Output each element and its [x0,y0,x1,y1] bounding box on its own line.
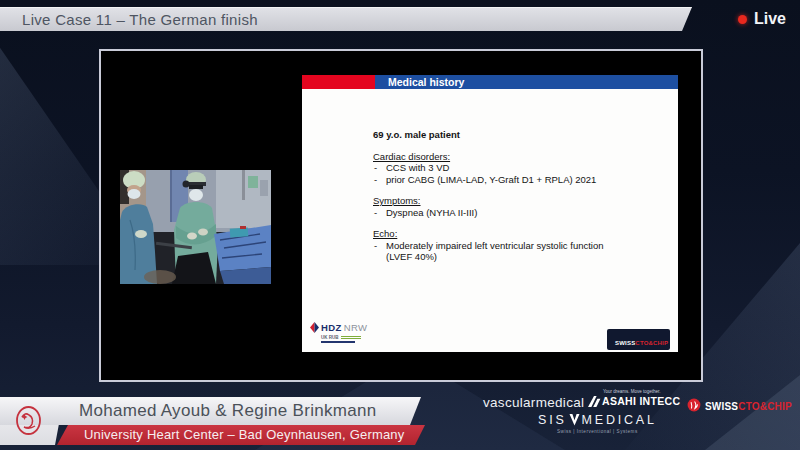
or-video-feed [120,170,271,284]
hdz-nrw-logo: HDZ NRW UK RUB [310,322,367,343]
slide-section-items: CCS with 3 VDprior CABG (LIMA-LAD, Y-Gra… [373,162,660,185]
asahi-swoosh-icon [588,396,601,407]
slide-sections: Cardiac disorders: CCS with 3 VDprior CA… [373,151,660,263]
live-label: Live [754,10,786,28]
presenter-names-banner: Mohamed Ayoub & Regine Brinkmann [0,397,421,425]
swiss-cto-icon [687,398,701,412]
swiss-label: SWISS [705,401,738,412]
swiss-label: SWISS [615,340,635,346]
slide-body: 69 y.o. male patient Cardiac disorders: … [373,129,660,263]
slide-section-heading: Echo: [373,228,660,240]
ctochip-label: CTO&CHIP [738,401,792,412]
slide-section: Echo: Moderately impaired left ventricul… [373,228,660,263]
ctochip-label: CTO&CHIP [635,340,668,346]
ukrub-mark [341,336,361,339]
sis-tagline: Swiss | Interventional | Systems [538,429,657,434]
case-title-ribbon: Live Case 11 – The German finish [0,7,692,31]
ukrub-bar [321,341,355,343]
slide-section: Symptoms: Dyspnea (NYHA II-III) [373,195,660,218]
swiss-ctochip-logo: SWISSCTO&CHIP [687,396,792,414]
asahi-name: ASAHI INTECC [602,395,680,407]
or-scene-illustration [120,170,271,284]
slide-section-items: Moderately impaired left ventricular sys… [373,240,660,263]
slide-bullet-item: Moderately impaired left ventricular sys… [373,240,623,263]
presentation-slide: Medical history 69 y.o. male patient Car… [302,75,678,352]
hdz-label: HDZ [321,322,342,333]
patient-summary: 69 y.o. male patient [373,129,660,141]
hdz-diamond-icon [310,322,319,333]
ukrub-label: UK RUB [321,335,339,340]
heart-center-logo-icon [15,405,42,436]
slide-title: Medical history [375,75,678,89]
institution-banner: University Heart Center – Bad Oeynhausen… [57,425,425,445]
slide-header-red-block [302,75,375,89]
nrw-label: NRW [344,322,368,333]
slide-bullet-item: CCS with 3 VD [373,162,623,174]
slide-header: Medical history [302,75,678,89]
slide-section-items: Dyspnea (NYHA II-III) [373,207,660,219]
sis-medical-logo: SIS MEDICAL Swiss | Interventional | Sys… [538,413,657,434]
medical-label: MEDICAL [582,413,657,427]
vascularmedical-logo: vascularmedical [483,395,584,410]
slide-bullet-item: prior CABG (LIMA-LAD, Y-Graft D1 + RPLA)… [373,174,623,186]
sis-label: SIS [538,413,567,427]
sis-v-heart-icon [569,414,580,426]
asahi-intecc-logo: Your dreams. Move together. ASAHI INTECC [588,389,680,407]
slide-section-heading: Cardiac disorders: [373,151,660,163]
slide-bullet-item: Dyspnea (NYHA II-III) [373,207,623,219]
asahi-tagline: Your dreams. Move together. [603,389,680,394]
swiss-ctochip-badge: SWISSCTO&CHIP [607,329,670,350]
live-badge: Live [738,7,786,31]
slide-section-heading: Symptoms: [373,195,660,207]
live-indicator-dot [738,15,747,24]
slide-section: Cardiac disorders: CCS with 3 VDprior CA… [373,151,660,186]
livestream-page: Live Case 11 – The German finish Live [0,0,800,450]
